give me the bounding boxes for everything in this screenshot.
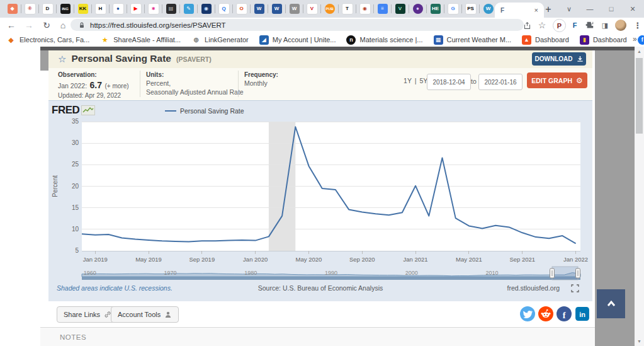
chevron-up-icon	[605, 299, 618, 308]
pinned-tab[interactable]: W	[251, 1, 268, 18]
scrollbar-thumb[interactable]	[636, 58, 643, 134]
frequency-block: Frequency: Monthly	[244, 71, 278, 87]
bookmarks-bar: ◆Electronics, Cars, Fa...★ShareASale - A…	[0, 33, 644, 47]
pinned-tab[interactable]: G	[444, 1, 461, 18]
browser-menu-icon[interactable]: ⋮	[631, 19, 644, 32]
back-icon[interactable]: ←	[5, 20, 18, 31]
pinned-tab[interactable]: ≡	[374, 1, 391, 18]
pinned-tab[interactable]: V	[392, 1, 409, 18]
units-label: Units:	[146, 71, 244, 78]
pinned-tab[interactable]: H	[92, 1, 109, 18]
bookmark-item[interactable]: ▮Dashboard	[580, 35, 627, 45]
pinned-tab[interactable]: W	[268, 1, 285, 18]
page-title: Personal Saving Rate	[71, 53, 171, 64]
reload-icon[interactable]: ↻	[40, 20, 53, 31]
x-tick-label: Jan 2021	[404, 256, 428, 263]
pinned-tab[interactable]: ▶	[127, 1, 144, 18]
pinned-tab[interactable]: ∗	[145, 1, 162, 18]
active-tab[interactable]: F ×	[495, 3, 544, 18]
bookmark-item[interactable]: nMaterials science |...	[346, 35, 422, 45]
slider-decade-label: 1990	[325, 270, 337, 276]
side-panel-icon[interactable]: ◨	[599, 19, 611, 32]
reddit-icon[interactable]	[538, 306, 553, 321]
date-end-input[interactable]	[478, 74, 523, 90]
fred-line-chart[interactable]: 5101520253035Jan 2019May 2019Sep 2019Jan…	[48, 101, 592, 301]
bookmark-item[interactable]: ▲Dashboard	[522, 35, 569, 45]
pinned-tab[interactable]: KK	[74, 1, 91, 18]
linkedin-icon[interactable]: in	[575, 306, 590, 321]
x-tick-label: May 2021	[456, 256, 482, 263]
pinned-tab[interactable]: V	[303, 1, 320, 18]
fullscreen-icon[interactable]	[571, 284, 580, 292]
url-text[interactable]: https://fred.stlouisfed.org/series/PSAVE…	[90, 21, 226, 29]
y-axis-label: Percent	[52, 175, 59, 197]
x-tick-label: Jan 2022	[563, 256, 588, 263]
pinned-tab[interactable]: ®	[21, 1, 38, 18]
window-minimize-button[interactable]: —	[580, 0, 599, 18]
tab-close-icon[interactable]: ×	[534, 6, 538, 14]
address-bar[interactable]: https://fred.stlouisfed.org/series/PSAVE…	[71, 19, 524, 31]
pinned-tab[interactable]: ▤	[162, 1, 179, 18]
download-button[interactable]: DOWNLOAD	[532, 52, 586, 66]
pinned-tab[interactable]: PS	[462, 1, 479, 18]
slider-selection-window[interactable]	[552, 267, 578, 280]
bookmark-item[interactable]: ▦Current Weather M...	[434, 35, 512, 45]
site-text: fred.stlouisfed.org	[507, 284, 560, 292]
pinned-tab[interactable]: HE	[427, 1, 444, 18]
facebook-icon[interactable]: f	[556, 306, 572, 321]
range-link-1y[interactable]: 1Y	[404, 77, 412, 84]
bookmark-item[interactable]: fHome0	[638, 35, 644, 45]
slider-track	[82, 277, 580, 280]
observation-more-link[interactable]: (+ more)	[105, 83, 129, 89]
fred-extension-icon[interactable]: F	[568, 19, 581, 32]
account-tools-button[interactable]: Account Tools	[111, 306, 179, 323]
pinned-tab[interactable]: ◉	[356, 1, 373, 18]
pinned-tab[interactable]: ●	[110, 1, 127, 18]
home-icon[interactable]: ⌂	[57, 20, 69, 31]
pinned-tab[interactable]: W	[286, 1, 303, 18]
edit-graph-button[interactable]: EDIT GRAPH ⚙	[527, 72, 587, 88]
pinned-tab[interactable]: D	[39, 1, 56, 18]
tab-search-chevron-icon[interactable]: ∨	[560, 0, 579, 18]
bookmark-item[interactable]: ⊕LinkGenerator	[191, 35, 249, 45]
share-icon[interactable]	[521, 19, 533, 32]
bookmarks-overflow-icon[interactable]: »	[633, 35, 637, 43]
pinned-tab[interactable]: ING	[57, 1, 74, 18]
pinned-tab[interactable]: PUB	[321, 1, 338, 18]
share-links-button[interactable]: Share Links	[57, 306, 118, 323]
pinned-tab-favicon: O	[236, 3, 247, 14]
graph-card: 5101520253035Jan 2019May 2019Sep 2019Jan…	[48, 101, 592, 301]
scrollbar-down-icon[interactable]: ▼	[635, 339, 644, 343]
bookmark-item[interactable]: ★ShareASale - Affiliat...	[100, 35, 181, 45]
series-meta-band: Observation: Jan 2022: 6.7 (+ more) Upda…	[48, 68, 592, 101]
meta-separator	[140, 71, 140, 97]
profile-avatar[interactable]	[614, 19, 627, 32]
new-tab-button[interactable]: +	[541, 3, 555, 16]
scroll-to-top-button[interactable]	[597, 289, 625, 318]
pinned-tab[interactable]: ◉	[198, 1, 215, 18]
scrollbar-up-icon[interactable]: ▲	[635, 49, 644, 54]
pinterest-extension-icon[interactable]: P	[553, 19, 566, 32]
window-close-button[interactable]: ×	[623, 0, 642, 18]
download-label: DOWNLOAD	[535, 55, 573, 62]
pinned-tab[interactable]: W	[480, 1, 497, 18]
bookmark-star-icon[interactable]: ☆	[536, 19, 548, 32]
pinned-tab[interactable]: O	[233, 1, 250, 18]
twitter-icon[interactable]	[520, 306, 535, 321]
pinned-tab[interactable]: ◆	[4, 1, 21, 18]
window-maximize-button[interactable]: □	[602, 0, 621, 18]
fred-logo-text: FRED	[52, 104, 79, 117]
bookmark-item[interactable]: ◢My Account | Unite...	[259, 35, 336, 45]
x-tick-label: Jan 2020	[243, 256, 268, 263]
extensions-puzzle-icon[interactable]	[584, 19, 596, 32]
date-start-input[interactable]	[427, 74, 471, 90]
page-scrollbar[interactable]: ▲ ▼	[635, 47, 644, 346]
fred-sparkline-icon	[81, 105, 95, 115]
pinned-tab[interactable]: ●	[409, 1, 426, 18]
favorite-star-icon[interactable]: ☆	[58, 54, 66, 65]
bookmark-item[interactable]: ◆Electronics, Cars, Fa...	[6, 35, 89, 45]
pinned-tab[interactable]: T	[339, 1, 356, 18]
pinned-tab[interactable]: ✎	[180, 1, 197, 18]
pinned-tab[interactable]: Q	[215, 1, 232, 18]
notes-section[interactable]: NOTES	[40, 327, 595, 346]
